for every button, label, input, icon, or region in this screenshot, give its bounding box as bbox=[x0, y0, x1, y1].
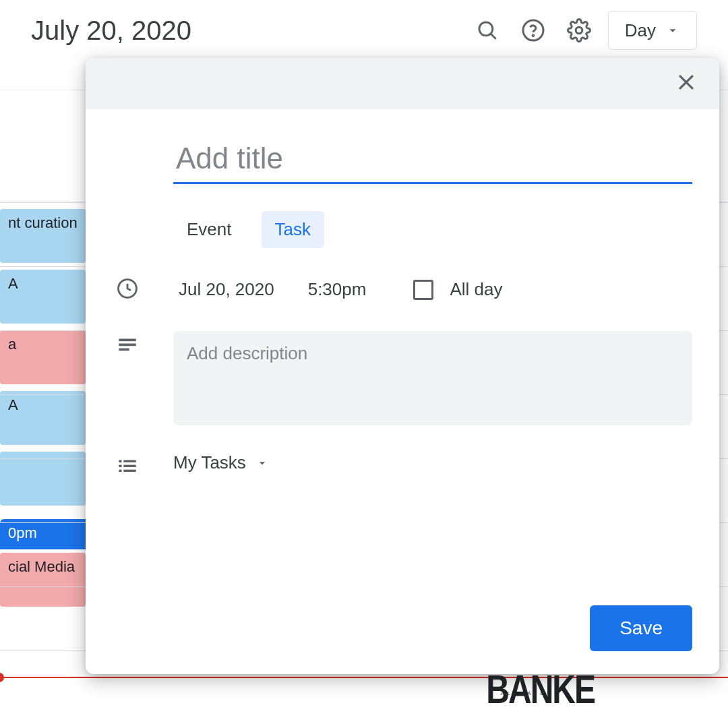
task-date[interactable]: Jul 20, 2020 bbox=[173, 275, 280, 304]
svg-rect-11 bbox=[119, 460, 121, 462]
svg-rect-10 bbox=[119, 348, 129, 351]
create-task-dialog: Event Task Jul 20, 2020 5:30pm All day A… bbox=[86, 58, 719, 674]
search-icon[interactable] bbox=[475, 18, 500, 43]
list-icon bbox=[114, 452, 141, 479]
svg-rect-15 bbox=[119, 470, 121, 472]
help-icon[interactable] bbox=[520, 18, 546, 43]
svg-line-1 bbox=[491, 34, 495, 38]
notes-icon bbox=[114, 331, 141, 358]
view-selector-button[interactable]: Day bbox=[608, 11, 697, 50]
clock-icon bbox=[114, 275, 141, 302]
tab-event[interactable]: Event bbox=[173, 211, 245, 248]
close-icon[interactable] bbox=[675, 71, 700, 96]
save-button[interactable]: Save bbox=[590, 605, 692, 651]
current-date: July 20, 2020 bbox=[31, 16, 191, 46]
svg-rect-14 bbox=[123, 465, 135, 467]
watermark: BANKE ALAWAYE bbox=[486, 671, 595, 708]
view-selector-label: Day bbox=[625, 20, 656, 41]
calendar-header: July 20, 2020 Day bbox=[0, 0, 728, 61]
watermark-sub: ALAWAYE bbox=[501, 691, 547, 696]
task-list-selector[interactable]: My Tasks bbox=[173, 452, 269, 473]
svg-rect-16 bbox=[123, 470, 135, 472]
task-list-label: My Tasks bbox=[173, 452, 246, 473]
dialog-header bbox=[86, 58, 719, 109]
description-input[interactable]: Add description bbox=[173, 331, 692, 425]
allday-checkbox[interactable] bbox=[413, 280, 433, 300]
svg-rect-9 bbox=[119, 344, 136, 346]
tab-task[interactable]: Task bbox=[262, 211, 324, 248]
svg-point-3 bbox=[533, 35, 534, 36]
now-indicator bbox=[0, 677, 728, 678]
allday-label: All day bbox=[444, 275, 508, 304]
gear-icon[interactable] bbox=[566, 18, 592, 43]
svg-point-4 bbox=[576, 27, 582, 34]
title-input[interactable] bbox=[173, 136, 692, 184]
svg-rect-8 bbox=[119, 339, 136, 342]
svg-rect-13 bbox=[119, 465, 121, 467]
watermark-main: BANKE bbox=[486, 666, 595, 712]
svg-rect-12 bbox=[123, 460, 135, 462]
task-time[interactable]: 5:30pm bbox=[303, 275, 372, 304]
svg-point-0 bbox=[479, 22, 493, 36]
